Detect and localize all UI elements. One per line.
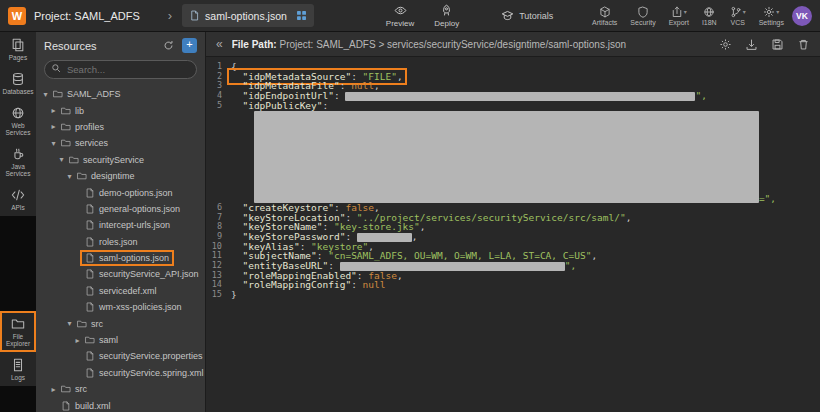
topbar-item-artifacts[interactable]: Artifacts <box>592 6 617 26</box>
line-number: 12 <box>206 261 231 271</box>
folder-icon <box>11 317 25 331</box>
shield-icon <box>637 6 649 18</box>
eye-icon <box>394 4 407 17</box>
code-line-15[interactable]: 15} <box>206 290 820 300</box>
activity-item-java-services[interactable]: Java Services <box>0 141 36 182</box>
file-icon <box>85 286 95 296</box>
file-icon <box>189 10 200 21</box>
topbar-item-settings[interactable]: ▾Settings <box>759 6 784 26</box>
tree-item-general-options-json[interactable]: general-options.json <box>36 201 205 217</box>
code-line-12[interactable]: 12 "entityBaseURL": ", <box>206 261 820 271</box>
tree-item-body: services <box>58 137 111 149</box>
tree-item-securityservice-api-json[interactable]: securityService_API.json <box>36 266 205 282</box>
tree-item-intercept-urls-json[interactable]: intercept-urls.json <box>36 217 205 233</box>
tree-item-services[interactable]: ▾services <box>36 135 205 151</box>
caret-right-icon: ▸ <box>49 385 58 394</box>
redacted-value <box>254 111 759 203</box>
redacted-value <box>345 92 695 101</box>
topbar-actions: Preview Deploy <box>386 4 459 28</box>
activity-item-file-explorer[interactable]: File Explorer <box>0 311 36 352</box>
tree-item-body: build.xml <box>58 400 114 412</box>
tree-item-securityservice[interactable]: ▾securityService <box>36 152 205 168</box>
folder-icon <box>77 171 87 181</box>
settings-gear-icon[interactable] <box>719 38 732 51</box>
collapse-panel-icon[interactable]: « <box>216 37 223 51</box>
tree-item-demo-options-json[interactable]: demo-options.json <box>36 184 205 200</box>
file-tab[interactable]: saml-options.json <box>182 4 314 27</box>
tree-item-build-xml[interactable]: build.xml <box>36 397 205 412</box>
grid-apps-icon[interactable] <box>296 10 307 21</box>
tree-item-securityservice-properties[interactable]: securityService.properties <box>36 348 205 364</box>
activity-item-logs[interactable]: Logs <box>0 352 36 386</box>
caret-down-icon: ▾ <box>65 319 74 328</box>
tree-item-saml-options-json[interactable]: saml-options.json <box>36 250 205 266</box>
caret-down-icon: ▾ <box>776 8 779 15</box>
code-line-14[interactable]: 14 "roleMappingConfig": null <box>206 280 820 290</box>
topbar-item-vcs[interactable]: ▾VCS <box>730 6 746 26</box>
file-tab-label: saml-options.json <box>205 10 287 22</box>
user-avatar[interactable]: VK <box>792 6 812 26</box>
file-icon <box>85 188 95 198</box>
tutorials-button[interactable]: Tutorials <box>501 9 553 22</box>
code-editor[interactable]: 1{2 "idpMetadataSource": "FILE",3 "idpMe… <box>206 57 820 412</box>
code-line-redacted-block[interactable]: =", <box>206 110 820 203</box>
tree-item-src[interactable]: ▸src <box>36 381 205 397</box>
folder-icon <box>77 319 87 329</box>
preview-button[interactable]: Preview <box>386 4 414 28</box>
code-line-9[interactable]: 9 "keyStorePassword": , <box>206 232 820 242</box>
activity-item-web-services[interactable]: Web Services <box>0 100 36 141</box>
api-icon <box>11 188 25 202</box>
activity-item-pages[interactable]: Pages <box>0 32 36 66</box>
java-icon <box>11 147 25 161</box>
save-icon[interactable] <box>771 38 784 51</box>
tree-item-designtime[interactable]: ▾designtime <box>36 168 205 184</box>
tree-item-label: services <box>75 138 108 148</box>
topbar-item-export[interactable]: ▾Export <box>669 6 689 26</box>
tutorials-label: Tutorials <box>519 11 553 21</box>
trash-icon[interactable] <box>797 38 810 51</box>
top-bar: W Project: SAML_ADFS › saml-options.json… <box>0 0 820 32</box>
tree-item-lib[interactable]: ▸lib <box>36 102 205 118</box>
tree-item-label: profiles <box>75 122 104 132</box>
code-line-5[interactable]: 5 "idpPublicKey": <box>206 101 820 111</box>
tree-item-body: designtime <box>74 170 138 182</box>
tree-item-label: src <box>75 384 87 394</box>
tree-item-wm-xss-policies-json[interactable]: wm-xss-policies.json <box>36 299 205 315</box>
project-label: Project: SAML_ADFS <box>34 10 140 22</box>
rocket-icon <box>440 4 453 17</box>
topbar-item-security[interactable]: Security <box>630 6 655 26</box>
tree-item-servicedef-xml[interactable]: servicedef.xml <box>36 283 205 299</box>
tree-item-profiles[interactable]: ▸profiles <box>36 119 205 135</box>
caret-down-icon: ▾ <box>57 155 66 164</box>
deploy-button[interactable]: Deploy <box>434 4 459 28</box>
tree-item-roles-json[interactable]: roles.json <box>36 234 205 250</box>
chevron-right-icon[interactable]: › <box>168 8 172 23</box>
file-path-value: Project: SAML_ADFS > services/securitySe… <box>279 39 626 50</box>
file-icon <box>85 253 95 263</box>
file-icon <box>85 220 95 230</box>
refresh-icon[interactable] <box>163 40 174 51</box>
tree-item-src[interactable]: ▾src <box>36 315 205 331</box>
activity-item-apis[interactable]: APIs <box>0 182 36 216</box>
tree-item-label: general-options.json <box>99 204 180 214</box>
topbar-item-i18n[interactable]: I18N <box>702 6 717 26</box>
activity-item-databases[interactable]: Databases <box>0 66 36 100</box>
add-resource-button[interactable]: + <box>182 38 197 53</box>
deploy-label: Deploy <box>434 19 459 28</box>
tree-item-label: src <box>91 319 103 329</box>
topbar-utilities: ArtifactsSecurity▾ExportI18N▾VCS▾Setting… <box>592 6 784 26</box>
activity-item-label: Java Services <box>1 163 35 177</box>
tree-item-body: servicedef.xml <box>82 285 160 297</box>
line-number: 5 <box>206 101 231 111</box>
code-line-4[interactable]: 4 "idpEndpointUrl": ", <box>206 91 820 101</box>
tree-item-securityservice-spring-xml[interactable]: securityService.spring.xml <box>36 365 205 381</box>
tree-item-label: securityService_API.json <box>99 269 199 279</box>
code-line-content: "keyStorePassword": , <box>231 232 418 242</box>
tree-item-saml-adfs[interactable]: ▾SAML_ADFS <box>36 86 205 102</box>
tree-item-saml[interactable]: ▸saml <box>36 332 205 348</box>
file-icon <box>61 401 71 411</box>
editor-toolbar <box>719 38 810 51</box>
download-icon[interactable] <box>745 38 758 51</box>
search-input[interactable] <box>44 60 197 79</box>
caret-down-icon: ▾ <box>743 8 746 15</box>
